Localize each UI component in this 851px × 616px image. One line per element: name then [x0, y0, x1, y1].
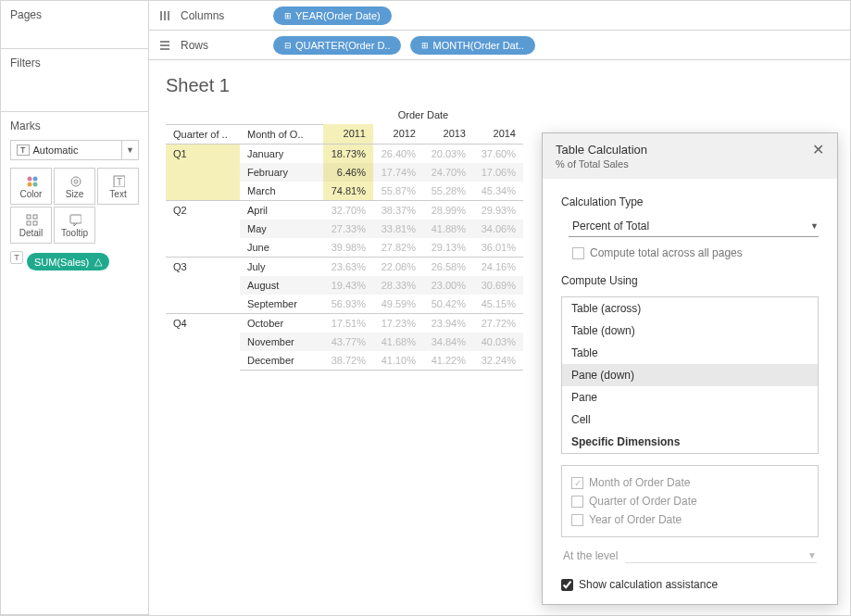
month-cell[interactable]: June — [240, 238, 323, 258]
compute-option[interactable]: Cell — [562, 409, 818, 431]
mark-size-button[interactable]: Size — [54, 168, 95, 205]
text-mark-indicator-icon: T — [10, 251, 23, 264]
mark-color-button[interactable]: Color — [10, 168, 52, 205]
year-header[interactable]: 2012 — [373, 124, 423, 144]
quarter-pill[interactable]: ⊟QUARTER(Order D.. — [273, 36, 401, 55]
quarter-cell[interactable]: Q2 — [166, 200, 240, 257]
rows-shelf[interactable]: Rows ⊟QUARTER(Order D.. ⊞MONTH(Order Dat… — [149, 31, 850, 60]
text-icon: T — [17, 145, 30, 156]
compute-option[interactable]: Specific Dimensions — [562, 431, 818, 453]
sheet-title[interactable]: Sheet 1 — [166, 75, 833, 96]
value-cell[interactable]: 34.06% — [473, 220, 523, 238]
value-cell[interactable]: 74.81% — [323, 182, 373, 201]
value-cell[interactable]: 24.16% — [473, 257, 523, 276]
value-cell[interactable]: 33.81% — [373, 220, 423, 238]
quarter-corner[interactable]: Quarter of .. — [166, 124, 240, 144]
value-cell[interactable]: 45.15% — [473, 295, 523, 314]
value-cell[interactable]: 17.06% — [473, 163, 523, 182]
mark-tooltip-button[interactable]: Tooltip — [54, 207, 95, 244]
compute-option[interactable]: Table (down) — [562, 320, 818, 342]
month-cell[interactable]: July — [240, 257, 323, 276]
columns-shelf[interactable]: Columns ⊞YEAR(Order Date) — [149, 1, 850, 31]
value-cell[interactable]: 18.73% — [323, 144, 373, 163]
compute-option[interactable]: Pane (down) — [562, 364, 818, 386]
compute-option[interactable]: Table — [562, 342, 818, 364]
value-cell[interactable]: 22.08% — [373, 257, 423, 276]
quarter-cell[interactable]: Q1 — [166, 144, 240, 200]
value-cell[interactable]: 41.10% — [373, 351, 423, 371]
value-cell[interactable]: 39.98% — [323, 238, 373, 258]
value-cell[interactable]: 40.03% — [473, 333, 523, 351]
value-cell[interactable]: 20.03% — [423, 144, 473, 163]
value-cell[interactable]: 32.24% — [473, 351, 523, 371]
month-cell[interactable]: October — [240, 313, 323, 333]
dimension-checkbox — [571, 514, 583, 526]
value-cell[interactable]: 41.68% — [373, 333, 423, 351]
quarter-cell[interactable]: Q4 — [166, 313, 240, 370]
show-assist-checkbox[interactable] — [561, 579, 573, 591]
month-cell[interactable]: April — [240, 200, 323, 220]
value-cell[interactable]: 29.93% — [473, 200, 523, 220]
value-cell[interactable]: 38.37% — [373, 200, 423, 220]
month-cell[interactable]: September — [240, 295, 323, 314]
value-cell[interactable]: 43.77% — [323, 333, 373, 351]
value-cell[interactable]: 17.74% — [373, 163, 423, 182]
value-cell[interactable]: 24.70% — [423, 163, 473, 182]
month-cell[interactable]: August — [240, 276, 323, 295]
value-cell[interactable]: 50.42% — [423, 295, 473, 314]
value-cell[interactable]: 23.00% — [423, 276, 473, 295]
value-cell[interactable]: 34.84% — [423, 333, 473, 351]
value-cell[interactable]: 37.60% — [473, 144, 523, 163]
compute-using-label: Compute Using — [561, 274, 819, 287]
value-cell[interactable]: 27.72% — [473, 313, 523, 333]
close-icon[interactable]: ✕ — [812, 143, 824, 157]
value-cell[interactable]: 55.87% — [373, 182, 423, 201]
value-cell[interactable]: 28.33% — [373, 276, 423, 295]
mark-detail-button[interactable]: Detail — [10, 207, 52, 244]
month-pill[interactable]: ⊞MONTH(Order Dat.. — [410, 36, 534, 55]
value-cell[interactable]: 56.93% — [323, 295, 373, 314]
value-cell[interactable]: 41.22% — [423, 351, 473, 371]
mark-text-button[interactable]: T Text — [97, 168, 139, 205]
value-cell[interactable]: 27.33% — [323, 220, 373, 238]
pages-shelf[interactable]: Pages — [1, 1, 148, 49]
compute-option[interactable]: Table (across) — [562, 297, 818, 320]
mark-type-dropdown[interactable]: T Automatic ▼ — [10, 140, 139, 160]
calc-type-select[interactable]: Percent of Total ▼ — [569, 218, 819, 237]
value-cell[interactable]: 27.82% — [373, 238, 423, 258]
value-cell[interactable]: 49.59% — [373, 295, 423, 314]
month-cell[interactable]: February — [240, 163, 323, 182]
value-cell[interactable]: 32.70% — [323, 200, 373, 220]
year-header[interactable]: 2014 — [473, 124, 523, 144]
value-cell[interactable]: 29.13% — [423, 238, 473, 258]
value-cell[interactable]: 36.01% — [473, 238, 523, 258]
value-cell[interactable]: 26.40% — [373, 144, 423, 163]
sum-sales-pill[interactable]: SUM(Sales) △ — [27, 253, 109, 270]
month-cell[interactable]: January — [240, 144, 323, 163]
value-cell[interactable]: 19.43% — [323, 276, 373, 295]
month-cell[interactable]: March — [240, 182, 323, 201]
value-cell[interactable]: 41.88% — [423, 220, 473, 238]
quarter-cell[interactable]: Q3 — [166, 257, 240, 313]
value-cell[interactable]: 6.46% — [323, 163, 373, 182]
value-cell[interactable]: 23.94% — [423, 313, 473, 333]
month-cell[interactable]: May — [240, 220, 323, 238]
year-header[interactable]: 2013 — [423, 124, 473, 144]
month-corner[interactable]: Month of O.. — [240, 124, 323, 144]
value-cell[interactable]: 23.63% — [323, 257, 373, 276]
filters-shelf[interactable]: Filters — [1, 49, 148, 112]
month-cell[interactable]: November — [240, 333, 323, 351]
value-cell[interactable]: 17.51% — [323, 313, 373, 333]
value-cell[interactable]: 26.58% — [423, 257, 473, 276]
value-cell[interactable]: 38.72% — [323, 351, 373, 371]
value-cell[interactable]: 45.34% — [473, 182, 523, 201]
year-header[interactable]: 2011 — [323, 124, 373, 144]
value-cell[interactable]: 30.69% — [473, 276, 523, 295]
compute-option[interactable]: Pane — [562, 386, 818, 409]
month-cell[interactable]: December — [240, 351, 323, 371]
value-cell[interactable]: 55.28% — [423, 182, 473, 201]
compute-total-checkbox[interactable] — [572, 247, 584, 259]
year-pill[interactable]: ⊞YEAR(Order Date) — [273, 6, 392, 25]
value-cell[interactable]: 28.99% — [423, 200, 473, 220]
value-cell[interactable]: 17.23% — [373, 313, 423, 333]
